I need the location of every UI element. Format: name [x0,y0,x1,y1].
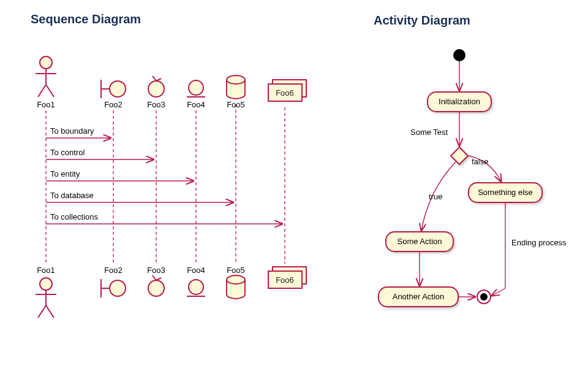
boundary-icon-bottom [101,279,126,297]
collections-icon: Foo6 [268,80,306,101]
participant-label-foo6-bottom: Foo6 [276,275,294,285]
svg-line-17 [38,305,46,318]
actor-icon-bottom [36,278,56,318]
svg-line-4 [46,85,54,97]
participant-label-foo4-top: Foo4 [187,100,205,109]
sequence-diagram: Foo1 Foo2 Foo3 Foo4 Foo5 Foo6 To boundar… [12,37,343,356]
participant-label-foo4-bottom: Foo4 [187,266,205,275]
collections-icon-bottom: Foo6 [268,267,306,288]
activity-diagram: Initialization Some Test false true Some… [343,31,588,362]
edge-somethingelse-end-2 [492,288,505,296]
entity-icon [187,80,205,97]
svg-point-7 [110,81,126,97]
participant-label-foo5-bottom: Foo5 [227,266,245,275]
edge-label-some-test: Some Test [410,128,448,137]
svg-point-25 [227,275,245,284]
edge-label-ending: Ending process [511,238,567,247]
participant-label-foo3-bottom: Foo3 [147,266,165,275]
message-label-entity: To entity [50,169,80,178]
activity-title: Activity Diagram [374,13,470,28]
svg-point-11 [227,75,245,84]
svg-point-9 [189,80,203,95]
participant-label-foo6-top: Foo6 [276,88,294,98]
action-initialization-label: Initialization [439,97,480,106]
edge-label-false: false [472,157,488,166]
start-node [453,49,466,61]
sequence-title: Sequence Diagram [31,12,141,26]
message-label-control: To control [50,148,85,157]
svg-line-18 [46,305,54,318]
svg-point-22 [148,280,164,296]
action-something-else-label: Something else [478,188,533,197]
control-icon-bottom [148,275,164,296]
participant-label-foo2-top: Foo2 [104,100,123,109]
edge-label-true: true [429,192,442,201]
message-label-boundary: To boundary [50,126,94,136]
svg-point-8 [148,81,164,97]
boundary-icon [101,80,126,98]
svg-point-29 [480,293,488,301]
end-node [477,290,491,304]
participant-label-foo5-top: Foo5 [227,100,245,109]
control-icon [148,76,164,97]
entity-icon-bottom [187,280,205,296]
participant-label-foo3-top: Foo3 [147,100,165,109]
participant-label-foo2-bottom: Foo2 [104,266,123,275]
action-another-action-label: Another Action [393,292,445,301]
svg-point-21 [110,280,126,296]
participant-label-foo1-top: Foo1 [37,100,55,109]
svg-point-0 [40,56,52,69]
database-icon-bottom [227,275,245,299]
decision-node [451,147,468,164]
message-label-collections: To collections [50,212,99,221]
svg-line-3 [38,85,46,97]
svg-point-23 [189,280,203,294]
message-label-database: To database [50,191,94,200]
actor-icon [36,56,56,97]
participant-label-foo1-bottom: Foo1 [37,266,55,275]
action-some-action-label: Some Action [398,237,442,246]
svg-point-14 [40,278,52,290]
database-icon [227,75,245,99]
